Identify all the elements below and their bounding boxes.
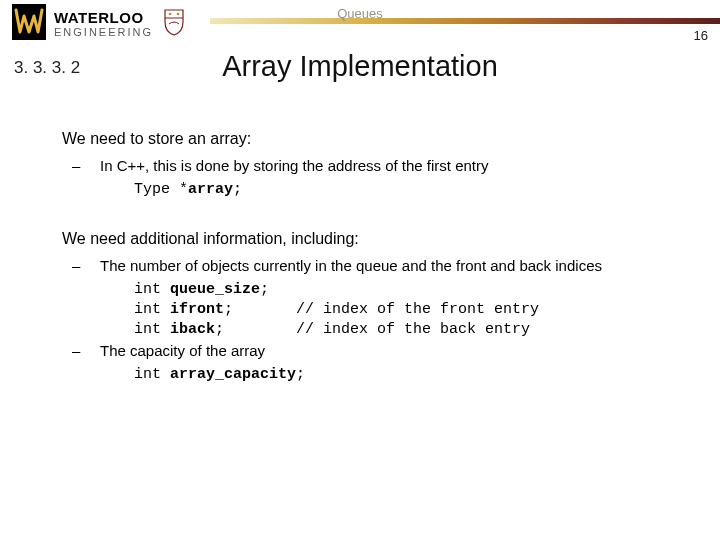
code-line-capacity: int array_capacity; [134, 365, 680, 385]
code-kw: int [134, 321, 170, 338]
slide: WATERLOO ENGINEERING Queues 16 3. 3. 3. … [0, 0, 720, 540]
slide-body: We need to store an array: –In C++, this… [62, 128, 680, 385]
paragraph-1-sub-1: –In C++, this is done by storing the add… [86, 156, 680, 176]
code-kw: int [134, 366, 170, 383]
code-type: Type * [134, 181, 188, 198]
code-line-array-decl: Type *array; [134, 180, 680, 200]
code-var: array [188, 181, 233, 198]
code-comment: // index of the back entry [296, 321, 530, 338]
paragraph-2: We need additional information, includin… [62, 228, 680, 250]
paragraph-2-sub-1: –The number of objects currently in the … [86, 256, 680, 276]
topic-label: Queues [0, 6, 720, 21]
code-kw: int [134, 301, 170, 318]
code-var: array_capacity [170, 366, 296, 383]
code-line-iback: int iback; // index of the back entry [134, 320, 680, 340]
text: In C++, this is done by storing the addr… [100, 157, 489, 174]
logo-line2: ENGINEERING [54, 27, 153, 38]
slide-title: Array Implementation [0, 50, 720, 83]
text: The number of objects currently in the q… [100, 257, 602, 274]
paragraph-2-sub-2: –The capacity of the array [86, 341, 680, 361]
code-pad: ; [215, 321, 296, 338]
code-kw: int [134, 281, 170, 298]
page-number: 16 [694, 28, 708, 43]
code-comment: // index of the front entry [296, 301, 539, 318]
paragraph-1: We need to store an array: [62, 128, 680, 150]
code-semi: ; [260, 281, 269, 298]
code-pad: ; [224, 301, 296, 318]
text: The capacity of the array [100, 342, 265, 359]
code-line-ifront: int ifront; // index of the front entry [134, 300, 680, 320]
code-line-queue-size: int queue_size; [134, 280, 680, 300]
code-var: queue_size [170, 281, 260, 298]
code-var: iback [170, 321, 215, 338]
code-semi: ; [233, 181, 242, 198]
code-var: ifront [170, 301, 224, 318]
header: WATERLOO ENGINEERING Queues 16 [0, 0, 720, 48]
code-semi: ; [296, 366, 305, 383]
